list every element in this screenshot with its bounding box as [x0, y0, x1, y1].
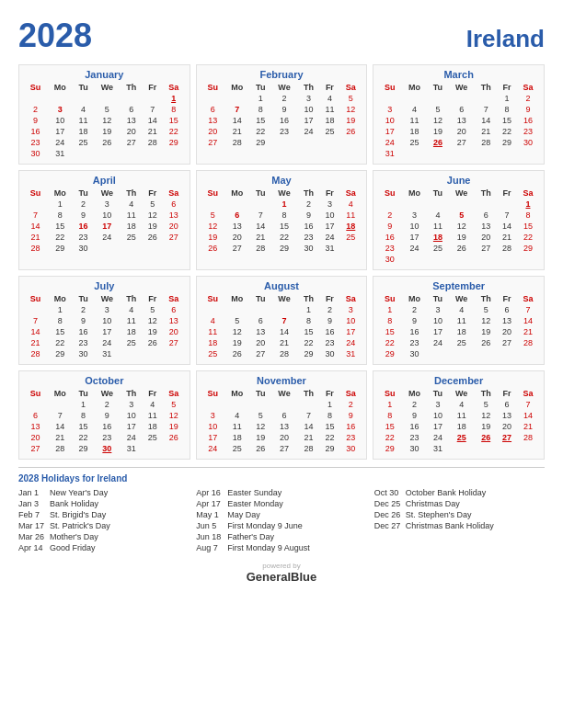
cal-day: 21	[517, 326, 539, 337]
cal-day: 11	[224, 421, 250, 432]
holidays-title: 2028 Holidays for Ireland	[18, 473, 545, 483]
day-header-su: Su	[201, 293, 224, 304]
holiday-item: Mar 26Mother's Day	[18, 532, 189, 541]
cal-day: 10	[401, 221, 427, 232]
cal-day: 24	[401, 243, 427, 254]
cal-day	[24, 399, 47, 410]
cal-day	[339, 243, 362, 254]
cal-day: 10	[428, 410, 448, 421]
cal-table: SuMoTuWeThFrSa12345678910111213141516171…	[378, 293, 539, 359]
cal-day: 13	[201, 115, 224, 126]
cal-day: 2	[517, 93, 539, 104]
cal-day: 13	[497, 410, 517, 421]
cal-day: 4	[428, 210, 448, 221]
holiday-item: Apr 17Easter Monday	[196, 499, 366, 508]
cal-day: 15	[298, 326, 320, 337]
cal-day: 11	[121, 315, 143, 326]
cal-day: 14	[47, 421, 73, 432]
cal-day: 29	[250, 137, 270, 148]
cal-day: 16	[73, 326, 93, 337]
cal-day	[224, 199, 250, 210]
cal-table: SuMoTuWeThFrSa12345678910111213141516171…	[24, 293, 185, 359]
cal-day: 14	[517, 410, 539, 421]
holiday-name: Father's Day	[227, 532, 274, 541]
cal-day: 1	[47, 304, 73, 315]
day-header-mo: Mo	[401, 293, 427, 304]
cal-day: 23	[73, 337, 93, 348]
cal-day: 11	[201, 326, 224, 337]
month-block-november: NovemberSuMoTuWeThFrSa123456789101112131…	[196, 370, 368, 460]
cal-day: 10	[378, 115, 401, 126]
cal-day	[448, 254, 475, 265]
cal-day	[448, 148, 475, 159]
day-header-tu: Tu	[428, 188, 448, 199]
month-block-april: AprilSuMoTuWeThFrSa123456789101112131415…	[18, 170, 190, 270]
holiday-col-col1: Jan 1New Year's DayJan 3Bank HolidayFeb …	[18, 488, 189, 554]
cal-day: 17	[94, 221, 121, 232]
holiday-name: Bank Holiday	[50, 499, 98, 508]
cal-day: 25	[121, 232, 143, 243]
day-header-fr: Fr	[319, 293, 339, 304]
cal-day: 5	[94, 104, 121, 115]
day-header-we: We	[448, 82, 475, 93]
cal-day: 25	[319, 126, 339, 137]
cal-day: 7	[224, 104, 250, 115]
cal-day: 8	[47, 210, 73, 221]
cal-day: 25	[401, 137, 427, 148]
day-header-mo: Mo	[47, 188, 73, 199]
day-header-th: Th	[298, 82, 320, 93]
cal-day	[224, 399, 250, 410]
cal-table: SuMoTuWeThFrSa12345678910111213141516171…	[201, 82, 362, 148]
cal-day: 31	[428, 443, 448, 454]
holiday-date: Jan 1	[18, 488, 46, 497]
cal-day: 27	[497, 432, 517, 443]
cal-day	[143, 148, 163, 159]
cal-day: 23	[298, 232, 320, 243]
cal-day: 15	[271, 221, 298, 232]
day-header-su: Su	[201, 388, 224, 399]
cal-day: 6	[448, 104, 475, 115]
cal-day: 17	[121, 421, 143, 432]
cal-day: 19	[163, 421, 185, 432]
day-header-su: Su	[24, 293, 47, 304]
cal-day: 19	[475, 421, 497, 432]
cal-table: SuMoTuWeThFrSa12345678910111213141516171…	[201, 293, 362, 359]
month-name: September	[378, 280, 539, 291]
cal-day	[448, 199, 475, 210]
day-header-tu: Tu	[250, 82, 270, 93]
cal-day: 2	[271, 93, 298, 104]
cal-day: 8	[298, 315, 320, 326]
cal-day	[201, 93, 224, 104]
cal-day: 11	[319, 104, 339, 115]
cal-day: 15	[517, 221, 539, 232]
cal-day: 26	[339, 126, 362, 137]
cal-day: 4	[121, 304, 143, 315]
cal-day	[143, 93, 163, 104]
cal-day: 1	[163, 93, 185, 104]
cal-day	[475, 93, 497, 104]
cal-day: 27	[224, 243, 250, 254]
cal-day	[497, 199, 517, 210]
footer: powered by GeneralBlue	[18, 562, 545, 584]
cal-day	[224, 93, 250, 104]
cal-day: 27	[448, 137, 475, 148]
holiday-date: Dec 26	[374, 510, 402, 519]
cal-day: 26	[250, 443, 270, 454]
cal-day	[201, 199, 224, 210]
cal-day: 10	[94, 210, 121, 221]
day-header-su: Su	[24, 388, 47, 399]
cal-day: 24	[201, 443, 224, 454]
cal-day: 11	[339, 210, 362, 221]
cal-day	[428, 199, 448, 210]
cal-day: 7	[271, 315, 298, 326]
holiday-item: Feb 7St. Brigid's Day	[18, 510, 189, 519]
cal-day: 5	[428, 104, 448, 115]
cal-day: 22	[497, 126, 517, 137]
cal-day: 16	[73, 221, 93, 232]
cal-day: 28	[475, 137, 497, 148]
holiday-col-col3: Oct 30October Bank HolidayDec 25Christma…	[374, 488, 545, 554]
cal-day: 9	[24, 115, 47, 126]
cal-day: 8	[271, 210, 298, 221]
cal-day: 29	[298, 348, 320, 359]
cal-day: 2	[24, 104, 47, 115]
